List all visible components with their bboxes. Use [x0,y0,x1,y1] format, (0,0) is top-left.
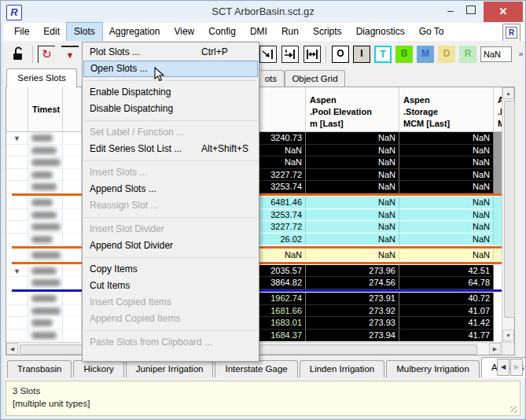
value-cell[interactable]: 41.77 [399,330,494,342]
menubar-item-scripts[interactable]: Scripts [306,23,349,41]
row-header[interactable] [6,330,28,342]
menubar-item-view[interactable]: View [167,23,201,41]
menubar-item-slots[interactable]: Slots [67,23,102,41]
toolbar-flag-d-button[interactable]: D [438,46,455,63]
timestep-cell-redacted[interactable] [28,234,63,246]
menu-item-disable-dispatching[interactable]: Disable Dispatching [83,101,258,117]
value-cell[interactable]: 273.93 [306,317,399,330]
row-header[interactable] [6,157,28,169]
value-cell[interactable]: NaN [306,181,399,193]
value-cell[interactable]: 273.91 [306,293,399,305]
row-header[interactable] [6,317,28,330]
vertical-scrollbar[interactable]: ▲ ▼ [502,87,514,342]
column-header-3[interactable]: A.IM [494,87,502,131]
value-cell[interactable]: NaN [399,181,494,193]
row-header[interactable] [6,305,28,318]
toolbar-flag-i-button[interactable]: I [353,46,370,63]
value-cell[interactable]: NaN [306,221,399,234]
sheet-tab-interstate-gage[interactable]: Interstate Gage [215,360,297,378]
toolbar-flag-b-button[interactable]: B [395,46,413,63]
value-cell[interactable]: 64.78 [399,277,494,289]
menubar-item-edit[interactable]: Edit [36,23,67,41]
sheet-tab-hickory[interactable]: Hickory [73,360,123,378]
value-cell[interactable]: 42.51 [399,265,494,278]
menu-item-edit-series-slot-list[interactable]: Edit Series Slot List ...Alt+Shift+S [83,141,258,157]
sheet-tab-juniper-irrigation[interactable]: Juniper Irrigation [126,360,214,378]
timestep-cell-redacted[interactable] [28,169,63,182]
refresh-slots-button[interactable]: ↻ [38,46,55,63]
row-header[interactable] [6,209,28,222]
menubar-item-file[interactable]: File [7,23,36,41]
menubar-item-go-to[interactable]: Go To [412,23,451,41]
row-header[interactable] [6,277,28,289]
value-cell[interactable]: NaN [399,132,494,145]
timestep-cell-redacted[interactable] [28,181,63,193]
tab-object-grid[interactable]: Object Grid [285,70,345,87]
sort-button[interactable]: ▼ [61,46,79,63]
minimize-button[interactable]: – [440,1,461,23]
toolbar-flag-o-button[interactable]: O [332,46,349,63]
row-header[interactable]: ▼ [6,265,28,278]
value-cell[interactable]: NaN [399,209,494,222]
value-cell[interactable]: NaN [399,157,494,169]
menubar-item-diagnostics[interactable]: Diagnostics [349,23,412,41]
timestep-cell-redacted[interactable] [28,305,63,318]
value-cell[interactable]: NaN [306,169,399,182]
menubar-item-config[interactable]: Config [201,23,243,41]
value-cell[interactable]: NaN [306,197,399,209]
collapse-triangle-icon[interactable]: ▼ [13,267,20,275]
timestep-cell-redacted[interactable] [28,221,63,234]
value-cell[interactable]: 40.72 [399,293,494,305]
row-header[interactable] [6,169,28,182]
row-header[interactable]: ▼ [6,132,28,145]
timestep-cell-redacted[interactable] [28,249,63,262]
sheet-tab-linden-irrigation[interactable]: Linden Irrigation [300,360,384,378]
menu-item-copy-items[interactable]: Copy Items [83,261,258,278]
value-cell[interactable]: NaN [399,145,494,157]
timestep-cell-redacted[interactable] [28,293,63,305]
row-header[interactable] [6,221,28,234]
maximize-button[interactable] [461,1,481,23]
goto-end-button[interactable] [259,46,277,63]
row-header[interactable] [6,293,28,305]
scroll-left-icon[interactable]: ◀ [6,343,18,355]
value-cell[interactable]: 273.94 [306,330,399,342]
column-header-2[interactable]: Aspen.StorageMCM [Last] [399,87,494,131]
value-cell[interactable]: NaN [306,234,399,246]
value-cell[interactable]: NaN [306,145,399,157]
value-cell[interactable]: 274.56 [306,277,399,289]
tab-scroll-right-button[interactable]: ▶ [510,359,523,376]
menu-item-append-slot-divider[interactable]: Append Slot Divider [83,238,258,254]
vertical-scroll-thumb[interactable] [504,101,515,318]
value-input[interactable] [480,46,512,62]
value-cell[interactable]: NaN [399,221,494,234]
timestep-cell-redacted[interactable] [28,145,63,157]
row-header[interactable] [6,234,28,246]
timestep-cell-redacted[interactable] [28,132,63,145]
menubar-item-dmi[interactable]: DMI [243,23,274,41]
scroll-right-icon[interactable]: ▶ [489,343,501,355]
value-cell[interactable]: 41.42 [399,317,494,330]
toolbar-flag-t-button[interactable]: T [374,46,392,63]
close-button[interactable]: ✕ [484,2,523,22]
sheet-tab-transbasin[interactable]: Transbasin [7,360,72,378]
tab-scroll-left-button[interactable]: ◀ [497,359,509,376]
value-cell[interactable]: 41.07 [399,305,494,318]
value-cell[interactable]: NaN [306,249,399,262]
value-cell[interactable]: NaN [399,249,494,262]
timestep-cell-redacted[interactable] [28,265,63,278]
value-cell[interactable]: NaN [399,169,494,182]
value-cell[interactable]: 273.96 [306,265,399,278]
menubar-item-run[interactable]: Run [274,23,306,41]
timestep-cell-redacted[interactable] [28,197,63,209]
row-header[interactable] [6,145,28,157]
goto-timestep-button[interactable] [281,46,299,63]
value-cell[interactable]: NaN [306,209,399,222]
collapse-triangle-icon[interactable]: ▼ [13,134,20,142]
scroll-down-icon[interactable]: ▼ [502,330,514,341]
tab-series-slots[interactable]: Series Slots [6,68,77,87]
row-header[interactable] [6,197,28,209]
timestep-cell-redacted[interactable] [28,277,63,289]
menu-item-open-slots[interactable]: Open Slots ... [83,61,258,77]
value-cell[interactable]: NaN [399,234,494,246]
